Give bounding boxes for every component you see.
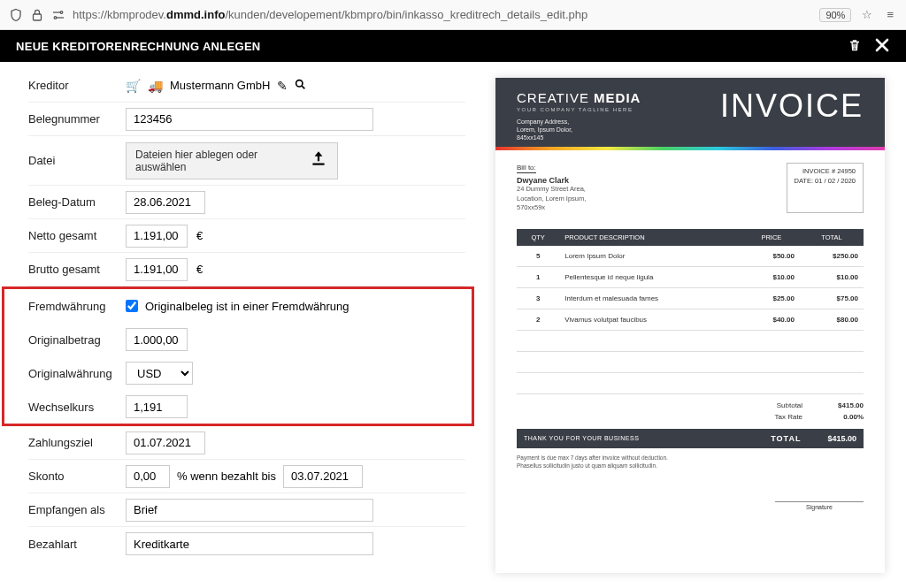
shield-icon[interactable]: [9, 8, 23, 22]
edit-icon[interactable]: ✎: [277, 79, 288, 93]
invoice-meta-box: INVOICE # 24950 DATE: 01 / 02 / 2020: [787, 163, 864, 213]
fremdw-text: Originalbeleg ist in einer Fremdwährung: [145, 300, 349, 313]
skonto-mid-text: % wenn bezahlt bis: [177, 470, 276, 483]
lock-icon[interactable]: [30, 8, 44, 22]
svg-point-1: [60, 11, 63, 13]
foreign-currency-highlight: Fremdwährung Originalbeleg ist in einer …: [2, 286, 474, 426]
label-origbetrag: Originalbetrag: [28, 333, 126, 347]
bookmark-star-icon[interactable]: ☆: [858, 8, 876, 21]
brutto-input[interactable]: [126, 258, 188, 281]
label-zahlungsziel: Zahlungsziel: [28, 436, 126, 449]
page-title: NEUE KREDITORENRECHNUNG ANLEGEN: [16, 40, 835, 53]
label-origwaehr: Originalwährung: [28, 367, 126, 380]
browser-address-bar: https://kbmprodev.dmmd.info/kunden/devel…: [0, 0, 906, 30]
brutto-currency: €: [196, 263, 203, 276]
label-bezahlart: Bezahlart: [28, 538, 126, 551]
origwaehr-select[interactable]: USD: [126, 362, 193, 385]
table-row: 1Pellentesque id neque ligula$10.00$10.0…: [517, 266, 864, 287]
belegdatum-input[interactable]: [126, 191, 205, 214]
label-skonto: Skonto: [28, 470, 126, 483]
bezahlart-input[interactable]: [126, 532, 373, 555]
table-row: 2Vivamus volutpat faucibus$40.00$80.00: [517, 309, 864, 330]
label-kreditor: Kreditor: [28, 79, 126, 92]
skonto-date-input[interactable]: [283, 465, 363, 488]
form-pane: Kreditor 🛒 🚚 Mustermann GmbH ✎ Belegnumm…: [0, 62, 474, 588]
fremdw-checkbox[interactable]: [126, 300, 138, 312]
label-empfangen: Empfangen als: [28, 503, 126, 516]
wechselkurs-input[interactable]: [126, 395, 188, 418]
cart-icon: 🛒: [126, 79, 141, 93]
label-belegdatum: Beleg-Datum: [28, 195, 126, 209]
close-icon[interactable]: [874, 37, 890, 56]
table-row: 3Interdum et malesuada fames$25.00$75.00: [517, 287, 864, 309]
search-icon[interactable]: [295, 79, 306, 93]
invoice-preview: CREATIVE MEDIA YOUR COMPANY TAGLINE HERE…: [495, 78, 885, 573]
company-address: Company Address, Lorem, Ipsum Dolor, 845…: [517, 118, 641, 141]
belegnummer-input[interactable]: [126, 108, 373, 131]
label-belegnummer: Belegnummer: [28, 112, 126, 126]
invoice-title: INVOICE: [720, 90, 864, 122]
svg-point-3: [296, 80, 303, 86]
label-fremdw: Fremdwährung: [28, 300, 126, 313]
invoice-preview-pane: CREATIVE MEDIA YOUR COMPANY TAGLINE HERE…: [474, 62, 906, 588]
trash-icon[interactable]: [848, 38, 862, 55]
truck-icon: 🚚: [148, 79, 163, 93]
label-brutto: Brutto gesamt: [28, 263, 126, 276]
bill-to-block: Bill to: Dwyane Clark 24 Dummy Street Ar…: [517, 163, 586, 213]
origbetrag-input[interactable]: [126, 328, 188, 351]
url-field[interactable]: https://kbmprodev.dmmd.info/kunden/devel…: [73, 8, 812, 21]
zahlungsziel-input[interactable]: [126, 431, 205, 454]
skonto-input[interactable]: [126, 465, 170, 488]
label-datei: Datei: [28, 154, 126, 167]
svg-rect-4: [312, 164, 324, 165]
netto-currency: €: [196, 229, 203, 242]
permissions-icon[interactable]: [51, 8, 65, 22]
empfangen-input[interactable]: [126, 499, 373, 522]
dropzone-text: Dateien hier ablegen oder auswählen: [135, 149, 293, 173]
label-netto: Netto gesamt: [28, 229, 126, 242]
invoice-header: CREATIVE MEDIA YOUR COMPANY TAGLINE HERE…: [495, 78, 885, 147]
file-dropzone[interactable]: Dateien hier ablegen oder auswählen: [126, 142, 338, 179]
hamburger-menu-icon[interactable]: ≡: [883, 8, 897, 21]
table-row: 5Lorem Ipsum Dolor$50.00$250.00: [517, 246, 864, 267]
kreditor-name: Mustermann GmbH: [170, 79, 270, 92]
upload-icon: [309, 149, 328, 172]
app-header: NEUE KREDITORENRECHNUNG ANLEGEN: [0, 30, 906, 62]
label-wechselkurs: Wechselkurs: [28, 401, 126, 414]
zoom-badge[interactable]: 90%: [819, 8, 851, 22]
svg-rect-0: [34, 14, 42, 20]
invoice-items-table: QTY PRODUCT DESCRIPTION PRICE TOTAL 5Lor…: [517, 229, 864, 394]
invoice-total-bar: THANK YOU FOR YOUR BUSINESS TOTAL $415.0…: [517, 429, 864, 448]
svg-point-2: [54, 16, 57, 19]
netto-input[interactable]: [126, 225, 188, 248]
